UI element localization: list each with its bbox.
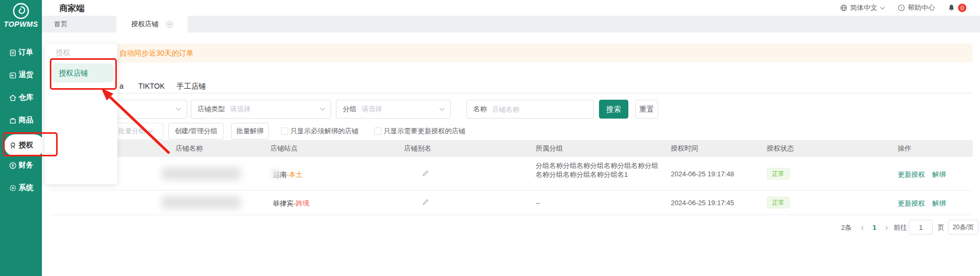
col-auth-status: 授权状态 bbox=[767, 140, 794, 157]
group-cell: 分组名称分组名称分组名称分组名称分组名称分组名称分组名称分组名1 bbox=[536, 161, 660, 179]
notification-badge: 0 bbox=[958, 4, 966, 12]
sync-notice-text: 自动同步近30天的订单 bbox=[119, 44, 194, 62]
col-group: 所属分组 bbox=[536, 140, 563, 157]
platform-tab-tiktok[interactable]: TIKTOK bbox=[138, 79, 165, 93]
edit-pencil-icon[interactable] bbox=[421, 198, 429, 206]
group-placeholder: 请选择 bbox=[362, 104, 439, 114]
page-title: 商家端 bbox=[59, 3, 84, 14]
help-center[interactable]: ? 帮助中心 bbox=[898, 3, 935, 13]
sidebar-item-orders[interactable]: 订单 bbox=[0, 43, 42, 62]
chevron-down-icon bbox=[320, 107, 325, 111]
system-icon bbox=[9, 184, 17, 192]
batch-group-label: 批量分组 bbox=[118, 123, 146, 139]
auth-time-cell: 2024-06-25 19:17:45 bbox=[671, 199, 734, 207]
top-header: 商家端 简体中文 ? 帮助中心 0 bbox=[42, 0, 980, 16]
shop-site-cell: 菲律宾-跨境 bbox=[273, 199, 309, 208]
language-label: 简体中文 bbox=[850, 3, 877, 13]
site-main: 菲律宾 bbox=[273, 199, 293, 207]
finance-icon bbox=[9, 162, 17, 169]
col-shop-site: 店铺站点 bbox=[270, 140, 298, 157]
sidebar-item-label: 系统 bbox=[19, 183, 34, 193]
chevron-down-icon bbox=[439, 107, 445, 111]
bell-icon bbox=[948, 4, 955, 12]
page-number-current[interactable]: 1 bbox=[873, 220, 876, 235]
next-page-button[interactable]: › bbox=[885, 220, 888, 235]
redacted-char bbox=[271, 169, 280, 178]
shop-name-field[interactable]: 名称 bbox=[466, 100, 594, 119]
sidebar-item-authorization[interactable]: 授权 bbox=[0, 136, 42, 155]
svg-text:?: ? bbox=[900, 6, 902, 10]
globe-icon bbox=[840, 4, 847, 12]
redacted-shop-name bbox=[162, 167, 241, 180]
must-unbind-checkbox[interactable] bbox=[281, 128, 288, 135]
question-icon: ? bbox=[898, 4, 905, 12]
returns-icon bbox=[9, 71, 17, 79]
sidebar-item-label: 退货 bbox=[19, 70, 34, 80]
edit-pencil-icon[interactable] bbox=[421, 169, 429, 177]
shop-type-placeholder: 请选择 bbox=[230, 104, 320, 114]
sidebar-item-label: 财务 bbox=[19, 161, 34, 170]
table-bottom-border bbox=[50, 215, 973, 215]
order-icon bbox=[9, 49, 17, 57]
logo: TOPWMS bbox=[0, 2, 42, 28]
sidebar-item-warehouse[interactable]: 仓库 bbox=[0, 88, 42, 107]
product-icon bbox=[9, 116, 17, 124]
chevron-down-icon bbox=[148, 130, 153, 133]
must-unbind-label[interactable]: 只显示必须解绑的店铺 bbox=[290, 123, 358, 140]
help-label: 帮助中心 bbox=[908, 3, 935, 13]
platform-tab-partial[interactable]: a bbox=[119, 79, 124, 93]
notifications[interactable]: 0 bbox=[948, 4, 966, 12]
chevron-down-icon bbox=[880, 6, 885, 10]
col-shop-name: 店铺名称 bbox=[176, 140, 203, 157]
close-icon[interactable] bbox=[166, 21, 173, 28]
sidebar-item-products[interactable]: 商品 bbox=[0, 111, 42, 130]
sidebar-item-label: 订单 bbox=[19, 48, 34, 57]
status-badge: 正常 bbox=[767, 197, 790, 208]
status-badge: 正常 bbox=[767, 168, 790, 179]
need-reauth-checkbox[interactable] bbox=[374, 128, 382, 135]
group-select[interactable]: 分组 请选择 bbox=[336, 100, 451, 119]
tab-authorized-shops[interactable]: 授权店铺 bbox=[116, 16, 188, 33]
unbind-link[interactable]: 解绑 bbox=[932, 199, 946, 208]
shop-type-select[interactable]: 店铺类型 请选择 bbox=[191, 100, 331, 119]
sidebar: TOPWMS 订单 退货 仓库 商品 授权 bbox=[0, 0, 42, 276]
site-suffix: -跨境 bbox=[293, 199, 309, 207]
batch-unbind-button[interactable]: 批量解绑 bbox=[231, 123, 269, 140]
update-auth-link[interactable]: 更新授权 bbox=[898, 170, 925, 179]
sidebar-item-label: 仓库 bbox=[19, 93, 34, 102]
sidebar-item-label: 授权 bbox=[19, 141, 34, 150]
group-cell: -- bbox=[536, 199, 540, 207]
auth-time-cell: 2024-06-25 19:17:48 bbox=[671, 170, 734, 178]
unbind-link[interactable]: 解绑 bbox=[932, 170, 946, 179]
sync-notice-bar: 自动同步近30天的订单 bbox=[50, 44, 973, 62]
search-button[interactable]: 搜索 bbox=[599, 100, 628, 119]
goto-page-input-box[interactable] bbox=[909, 220, 933, 235]
sidebar-item-label: 商品 bbox=[19, 115, 34, 125]
platform-tabs-divider bbox=[50, 93, 973, 93]
shop-name-input[interactable] bbox=[492, 105, 588, 113]
goto-page-input[interactable] bbox=[909, 220, 932, 234]
col-auth-time: 授权时间 bbox=[671, 140, 698, 157]
pagination-total: 2条 bbox=[841, 220, 852, 235]
submenu-item-label[interactable]: 授权店铺 bbox=[59, 69, 88, 78]
name-label: 名称 bbox=[473, 104, 487, 114]
update-auth-link[interactable]: 更新授权 bbox=[898, 199, 925, 208]
platform-tab-manual[interactable]: 手工店铺 bbox=[177, 79, 206, 93]
redacted-shop-name bbox=[162, 196, 241, 209]
sidebar-item-system[interactable]: 系统 bbox=[0, 178, 42, 197]
chevron-down-icon bbox=[176, 107, 181, 111]
create-manage-group-button[interactable]: 创建/管理分组 bbox=[168, 123, 224, 140]
sidebar-item-returns[interactable]: 退货 bbox=[0, 66, 42, 84]
row-divider bbox=[50, 190, 973, 190]
prev-page-button[interactable]: ‹ bbox=[861, 220, 864, 235]
authorization-submenu: 授权 授权店铺 bbox=[45, 44, 117, 184]
sidebar-item-finance[interactable]: 财务 bbox=[0, 156, 42, 175]
language-switcher[interactable]: 简体中文 bbox=[840, 3, 885, 13]
warehouse-icon bbox=[9, 94, 17, 102]
page-unit-label: 页 bbox=[938, 220, 944, 235]
page-size-select[interactable]: 20条/页 bbox=[948, 220, 978, 235]
need-reauth-label[interactable]: 只显示需要更新授权的店铺 bbox=[384, 123, 465, 140]
reset-button[interactable]: 重置 bbox=[635, 100, 658, 119]
group-label: 分组 bbox=[343, 104, 356, 114]
auth-icon bbox=[9, 142, 17, 150]
